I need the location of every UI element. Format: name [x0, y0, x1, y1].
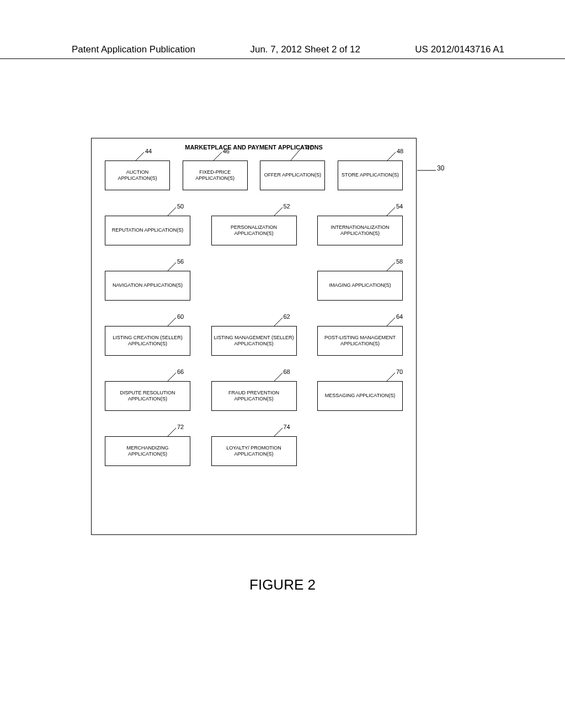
box-label: MESSAGING APPLICATION(S)	[325, 393, 395, 399]
svg-line-9	[167, 318, 176, 326]
ref-label: 48	[397, 148, 403, 156]
box-label: LOYALTY/ PROMOTION APPLICATION(S)	[214, 445, 294, 458]
ref-label: 52	[284, 203, 290, 211]
box-label: LISTING CREATION (SELLER) APPLICATION(S)	[108, 335, 188, 347]
box-label: AUCTION APPLICATION(S)	[108, 169, 167, 182]
box-label: NAVIGATION APPLICATION(S)	[113, 282, 183, 288]
ref-label: 68	[284, 368, 290, 376]
ref-label: 74	[284, 424, 290, 431]
diagram-frame: MARKETPLACE AND PAYMENT APPLICATIONS AUC…	[91, 138, 417, 535]
box-label: FIXED-PRICE APPLICATION(S)	[185, 169, 245, 182]
svg-line-15	[167, 428, 176, 437]
svg-line-14	[386, 373, 395, 382]
page: Patent Application Publication Jun. 7, 2…	[0, 0, 565, 728]
messaging-app-box: MESSAGING APPLICATION(S) 70	[317, 381, 403, 411]
ref-label: 56	[177, 258, 184, 266]
svg-line-12	[167, 373, 176, 382]
imaging-app-box: IMAGING APPLICATION(S) 58	[317, 271, 403, 301]
navigation-app-box: NAVIGATION APPLICATION(S) 56	[105, 271, 190, 301]
auction-app-box: AUCTION APPLICATION(S) 44	[105, 160, 170, 190]
svg-line-10	[274, 318, 282, 326]
figure-caption: FIGURE 2	[0, 576, 565, 593]
listing-creation-app-box: LISTING CREATION (SELLER) APPLICATION(S)…	[105, 326, 190, 356]
ref-label: 72	[177, 424, 184, 431]
dispute-resolution-app-box: DISPUTE RESOLUTION APPLICATION(S) 66	[105, 381, 190, 411]
svg-line-4	[167, 207, 176, 216]
diagram-row-1: AUCTION APPLICATION(S) 44 FIXED-PRICE AP…	[105, 160, 403, 190]
header-left: Patent Application Publication	[72, 44, 195, 55]
document-header: Patent Application Publication Jun. 7, 2…	[0, 44, 565, 59]
ref-label: 44	[145, 148, 152, 156]
svg-line-3	[387, 152, 396, 161]
store-app-box: STORE APPLICATION(S) 48	[338, 160, 403, 190]
ref-label: 50	[177, 203, 184, 211]
box-label: REPUTATION APPLICATION(S)	[112, 227, 184, 233]
fraud-prevention-app-box: FRAUD PREVENTION APPLICATION(S) 68	[211, 381, 297, 411]
merchandizing-app-box: MERCHANDIZING APPLICATION(S) 72	[105, 436, 190, 466]
header-right: US 2012/0143716 A1	[415, 44, 504, 55]
svg-line-16	[274, 428, 282, 437]
box-label: PERSONALIZATION APPLICATION(S)	[214, 224, 294, 237]
ref-label: 70	[396, 368, 403, 376]
box-label: DISPUTE RESOLUTION APPLICATION(S)	[108, 390, 188, 403]
leader-line-icon	[417, 165, 437, 171]
svg-line-0	[135, 152, 144, 161]
reputation-app-box: REPUTATION APPLICATION(S) 50	[105, 216, 190, 245]
svg-line-5	[274, 207, 282, 216]
personalization-app-box: PERSONALIZATION APPLICATION(S) 52	[211, 216, 297, 245]
svg-line-6	[386, 207, 395, 216]
ref-label: 60	[177, 313, 184, 321]
box-label: OFFER APPLICATION(S)	[264, 172, 321, 178]
post-listing-management-app-box: POST-LISTING MANAGEMENT APPLICATION(S) 6…	[317, 326, 403, 356]
header-center: Jun. 7, 2012 Sheet 2 of 12	[250, 44, 360, 55]
ref-label: 47	[306, 144, 312, 152]
ref-label: 62	[284, 313, 290, 321]
svg-line-1	[213, 152, 222, 161]
box-label: MERCHANDIZING APPLICATION(S)	[108, 445, 188, 458]
svg-line-7	[167, 263, 176, 271]
box-label: POST-LISTING MANAGEMENT APPLICATION(S)	[320, 335, 400, 347]
box-label: STORE APPLICATION(S)	[342, 172, 399, 178]
listing-management-app-box: LISTING MANAGEMENT (SELLER) APPLICATION(…	[211, 326, 297, 356]
offer-app-box: OFFER APPLICATION(S) 47	[260, 160, 325, 190]
box-label: IMAGING APPLICATION(S)	[329, 282, 391, 288]
svg-line-11	[386, 318, 395, 326]
ref-label: 58	[396, 258, 403, 266]
ref-label: 64	[396, 313, 403, 321]
diagram-row-2: REPUTATION APPLICATION(S) 50 PERSONALIZA…	[105, 216, 403, 245]
svg-line-13	[274, 373, 282, 382]
box-label: LISTING MANAGEMENT (SELLER) APPLICATION(…	[214, 335, 294, 347]
loyalty-promotion-app-box: LOYALTY/ PROMOTION APPLICATION(S) 74	[211, 436, 297, 466]
diagram-row-3: NAVIGATION APPLICATION(S) 56 IMAGING APP…	[105, 271, 403, 301]
diagram-row-5: DISPUTE RESOLUTION APPLICATION(S) 66 FRA…	[105, 381, 403, 411]
empty-slot	[211, 271, 297, 301]
box-label: INTERNATIONALIZATION APPLICATION(S)	[320, 224, 400, 237]
ref-label: 66	[177, 368, 184, 376]
internationalization-app-box: INTERNATIONALIZATION APPLICATION(S) 54	[317, 216, 403, 245]
empty-slot	[317, 436, 403, 466]
diagram-row-6: MERCHANDIZING APPLICATION(S) 72 LOYALTY/…	[105, 436, 403, 466]
ref-label: 54	[396, 203, 403, 211]
svg-line-8	[386, 263, 395, 271]
fixed-price-app-box: FIXED-PRICE APPLICATION(S) 46	[183, 160, 248, 190]
outer-ref-label: 30	[437, 164, 444, 172]
box-label: FRAUD PREVENTION APPLICATION(S)	[214, 390, 294, 403]
ref-label: 46	[223, 148, 230, 156]
diagram-row-4: LISTING CREATION (SELLER) APPLICATION(S)…	[105, 326, 403, 356]
